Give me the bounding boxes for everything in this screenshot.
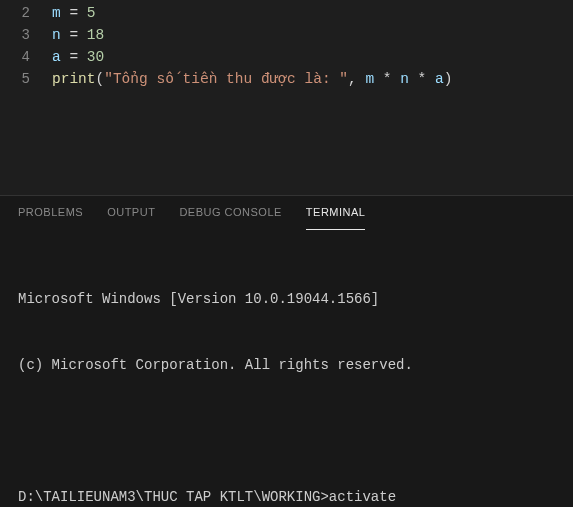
paren-token: ) (444, 71, 453, 87)
operator-token: * (374, 71, 400, 87)
terminal-line: D:\TAILIEUNAM3\THUC TAP KTLT\WORKING>act… (18, 486, 559, 507)
panel-tabs: PROBLEMS OUTPUT DEBUG CONSOLE TERMINAL (0, 196, 573, 230)
terminal-line: (c) Microsoft Corporation. All rights re… (18, 354, 559, 376)
variable-token: a (52, 49, 61, 65)
bottom-panel: PROBLEMS OUTPUT DEBUG CONSOLE TERMINAL M… (0, 195, 573, 507)
code-line[interactable]: 3 n = 18 (0, 24, 573, 46)
line-number: 4 (0, 46, 52, 68)
operator-token: = (61, 5, 87, 21)
code-content[interactable]: n = 18 (52, 24, 104, 46)
variable-token: a (435, 71, 444, 87)
string-token: "Tổng số tiền thu được là: " (104, 71, 348, 87)
operator-token: = (61, 27, 87, 43)
line-number: 2 (0, 2, 52, 24)
operator-token: = (61, 49, 87, 65)
code-line[interactable]: 4 a = 30 (0, 46, 573, 68)
function-token: print (52, 71, 96, 87)
tab-debug-console[interactable]: DEBUG CONSOLE (179, 206, 281, 230)
operator-token: * (409, 71, 435, 87)
terminal-line (18, 420, 559, 442)
code-line[interactable]: 5 print("Tổng số tiền thu được là: ", m … (0, 68, 573, 90)
variable-token: m (365, 71, 374, 87)
variable-token: n (400, 71, 409, 87)
line-number: 5 (0, 68, 52, 90)
code-line[interactable]: 2 m = 5 (0, 2, 573, 24)
code-content[interactable]: m = 5 (52, 2, 96, 24)
code-content[interactable]: a = 30 (52, 46, 104, 68)
paren-token: ( (96, 71, 105, 87)
terminal-line: Microsoft Windows [Version 10.0.19044.15… (18, 288, 559, 310)
number-token: 5 (87, 5, 96, 21)
line-number: 3 (0, 24, 52, 46)
number-token: 18 (87, 27, 104, 43)
code-editor[interactable]: 2 m = 5 3 n = 18 4 a = 30 5 print("Tổng … (0, 0, 573, 195)
terminal-output[interactable]: Microsoft Windows [Version 10.0.19044.15… (0, 230, 573, 507)
code-content[interactable]: print("Tổng số tiền thu được là: ", m * … (52, 68, 452, 90)
tab-terminal[interactable]: TERMINAL (306, 206, 366, 230)
tab-output[interactable]: OUTPUT (107, 206, 155, 230)
variable-token: m (52, 5, 61, 21)
number-token: 30 (87, 49, 104, 65)
comma-token: , (348, 71, 365, 87)
tab-problems[interactable]: PROBLEMS (18, 206, 83, 230)
variable-token: n (52, 27, 61, 43)
